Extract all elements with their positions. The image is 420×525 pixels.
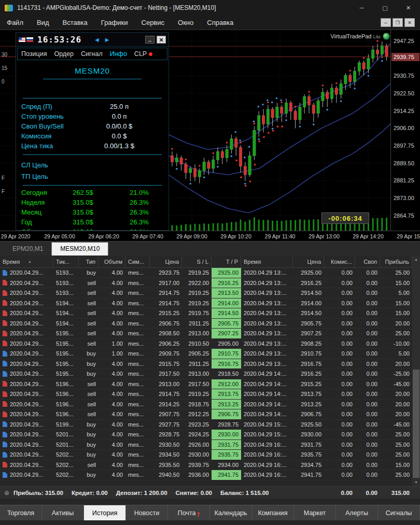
header-cell-sl[interactable]: S / L bbox=[182, 256, 212, 267]
table-row[interactable]: 2020.04.29...5195...buy4.00mes...2917.50… bbox=[0, 369, 412, 379]
header-cell-swap[interactable]: Своп bbox=[355, 256, 380, 267]
table-row[interactable]: 2020.04.29...5202...sell4.00mes...2935.5… bbox=[0, 460, 412, 471]
table-row[interactable]: 2020.04.29...5194...sell4.00mes...2906.7… bbox=[0, 319, 412, 329]
order-sell-icon bbox=[3, 320, 7, 326]
price-label: 2930.75 bbox=[394, 73, 414, 79]
table-row[interactable]: 2020.04.29...5195...buy1.00mes...2909.75… bbox=[0, 349, 412, 359]
table-row[interactable]: 2020.04.29...5202...buy4.00mes...2934.50… bbox=[0, 450, 412, 460]
panel-tab-position[interactable]: Позиция bbox=[21, 50, 47, 58]
chart-tab-epm20-m1[interactable]: EPM20,M1 bbox=[4, 243, 51, 256]
header-cell-ticket[interactable]: Тик... bbox=[53, 256, 79, 267]
panel-tab-info[interactable]: Инфо bbox=[110, 50, 127, 58]
cell-time-close: 2020.04.29 13:... bbox=[241, 339, 293, 349]
cell-time-close: 2020.04.29 13:... bbox=[241, 299, 293, 308]
panel-tab-order[interactable]: Ордер bbox=[54, 50, 74, 58]
table-row[interactable]: 2020.04.29...5195...sell1.00mes...2906.2… bbox=[0, 339, 412, 349]
table-row[interactable]: 2020.04.29...5202...buy4.00mes...2940.50… bbox=[0, 470, 412, 480]
scroll-up-button[interactable]: ▲ bbox=[412, 256, 420, 263]
cell-time-open: 2020.04.29... bbox=[0, 400, 53, 409]
mdi-restore-button[interactable]: ❐ bbox=[393, 18, 403, 27]
mdi-close-button[interactable]: ✕ bbox=[404, 18, 415, 27]
panel-tab-clp[interactable]: CLP bbox=[134, 50, 152, 58]
toolbox-tab-alerts[interactable]: Алерты bbox=[336, 505, 378, 520]
table-row[interactable]: 2020.04.29...5196...sell4.00mes...2914.2… bbox=[0, 400, 412, 410]
panel-prev-arrow-button[interactable]: ◀ bbox=[95, 37, 99, 42]
time-axis[interactable]: 29 Apr 202029 Apr 05:0029 Apr 06:2029 Ap… bbox=[0, 231, 420, 241]
cell-commission: 0.00 bbox=[324, 369, 355, 379]
table-row[interactable]: 2020.04.29...5194...sell4.00mes...2914.7… bbox=[0, 299, 412, 309]
table-row[interactable]: 2020.04.29...5201...buy4.00mes...2928.75… bbox=[0, 430, 412, 440]
order-sell-icon bbox=[3, 310, 7, 316]
chart-tab-mesm20-m10[interactable]: MESM20,M10 bbox=[51, 242, 108, 256]
table-row[interactable]: 2020.04.29...5194...sell4.00mes...2915.2… bbox=[0, 308, 412, 319]
menu-item-file[interactable]: Файл bbox=[0, 16, 30, 30]
panel-next-arrow-button[interactable]: ▶ bbox=[105, 37, 109, 42]
cell-tp: 2913.75 bbox=[212, 389, 241, 399]
cell-symbol: mes... bbox=[125, 389, 150, 399]
cell-volume: 4.00 bbox=[99, 409, 125, 419]
table-row[interactable]: 2020.04.29...5195...sell4.00mes...2908.5… bbox=[0, 329, 412, 339]
order-sell-icon bbox=[3, 300, 7, 306]
menu-item-tools[interactable]: Сервис bbox=[135, 16, 172, 30]
menu-item-view[interactable]: Вид bbox=[30, 16, 56, 30]
cell-profit: 15.00 bbox=[380, 308, 412, 318]
panel-close-button[interactable]: ✕ bbox=[157, 36, 166, 44]
toolbox-tab-trade[interactable]: Торговля bbox=[0, 505, 42, 520]
cell-tp: 2935.75 bbox=[212, 450, 241, 460]
table-row[interactable]: 2020.04.29...5199...buy4.00mes...2927.75… bbox=[0, 420, 412, 430]
toolbox-tab-company[interactable]: Компания bbox=[252, 505, 294, 520]
header-cell-price-close[interactable]: Цена bbox=[293, 256, 324, 267]
header-cell-price-open[interactable]: Цена bbox=[150, 256, 182, 267]
table-row[interactable]: 2020.04.29...5193...sell4.00mes...2917.0… bbox=[0, 278, 412, 289]
toolbox-tab-mailbox[interactable]: Почта7 bbox=[168, 505, 210, 520]
table-row[interactable]: 2020.04.29...5195...buy4.00mes...2915.75… bbox=[0, 359, 412, 370]
panel-minimize-button[interactable]: _ bbox=[145, 36, 155, 44]
toolbox-tab-history[interactable]: История bbox=[84, 505, 126, 520]
globe-icon[interactable] bbox=[383, 33, 390, 40]
cell-price-open: 2917.50 bbox=[150, 369, 182, 379]
cell-price-close: 2934.75 bbox=[293, 460, 324, 470]
scroll-down-button[interactable]: ▼ bbox=[412, 478, 420, 486]
maximize-button[interactable]: ▢ bbox=[373, 0, 397, 16]
table-row[interactable]: 2020.04.29...5196...sell4.00mes...2913.0… bbox=[0, 379, 412, 390]
toolbox-tab-signals[interactable]: Сигналы bbox=[378, 505, 420, 520]
table-row[interactable]: 2020.04.29...5196...sell4.00mes...2907.7… bbox=[0, 409, 412, 420]
header-cell-volume[interactable]: Объем bbox=[99, 256, 125, 267]
header-cell-commission[interactable]: Комис... bbox=[324, 256, 355, 267]
table-scrollbar[interactable]: ▲ ▼ bbox=[412, 256, 420, 486]
table-row[interactable]: 2020.04.29...5193...buy4.00mes...2923.75… bbox=[0, 268, 412, 278]
menu-item-charts[interactable]: Графики bbox=[94, 16, 135, 30]
menu-item-insert[interactable]: Вставка bbox=[56, 16, 94, 30]
menu-item-window[interactable]: Окно bbox=[171, 16, 200, 30]
table-row[interactable]: 2020.04.29...5201...buy4.00mes...2930.50… bbox=[0, 440, 412, 450]
header-cell-type[interactable]: Тип bbox=[79, 256, 99, 267]
header-cell-time-open[interactable]: Время▲ bbox=[0, 256, 53, 267]
minimize-button[interactable]: ─ bbox=[350, 0, 373, 16]
toolbox-tab-calendar[interactable]: Календарь bbox=[210, 505, 252, 520]
cell-price-close: 2905.75 bbox=[293, 319, 324, 329]
table-row[interactable]: 2020.04.29...5193...sell4.00mes...2914.7… bbox=[0, 288, 412, 299]
toolbox-tab-news[interactable]: Новости bbox=[126, 505, 168, 520]
toolbox-tab-market[interactable]: Маркет bbox=[294, 505, 336, 520]
panel-tab-signal[interactable]: Сигнал bbox=[81, 50, 103, 58]
header-cell-tp[interactable]: T / P bbox=[212, 256, 241, 267]
order-sell-icon bbox=[3, 331, 7, 336]
cell-volume: 4.00 bbox=[99, 400, 125, 409]
cell-profit: 25.00 bbox=[380, 450, 412, 460]
table-row[interactable]: 2020.04.29...5196...sell4.00mes...2914.7… bbox=[0, 389, 412, 400]
mdi-minimize-button[interactable]: ─ bbox=[381, 18, 391, 27]
vtp-panel-header[interactable]: 16:53:26 ◀ ▶ _ ✕ bbox=[16, 33, 169, 47]
price-axis[interactable]: 2939.75 2947.252930.752922.502914.252906… bbox=[390, 30, 420, 231]
scroll-thumb[interactable] bbox=[413, 370, 419, 478]
header-cell-profit[interactable]: Прибыль bbox=[380, 256, 412, 267]
menu-item-help[interactable]: Справка bbox=[200, 16, 240, 30]
info-label: Спред (П) bbox=[16, 103, 86, 110]
header-cell-time-close[interactable]: Время bbox=[241, 256, 293, 267]
close-button[interactable]: ✕ bbox=[397, 0, 420, 16]
cell-volume: 4.00 bbox=[99, 278, 125, 288]
cell-tp: 2916.75 bbox=[212, 359, 241, 369]
toolbox-tab-assets[interactable]: Активы bbox=[42, 505, 84, 520]
header-cell-symbol[interactable]: Сим... bbox=[125, 256, 150, 267]
price-label: 2922.50 bbox=[394, 90, 414, 96]
cell-time-open-text: 2020.04.29... bbox=[10, 300, 43, 306]
